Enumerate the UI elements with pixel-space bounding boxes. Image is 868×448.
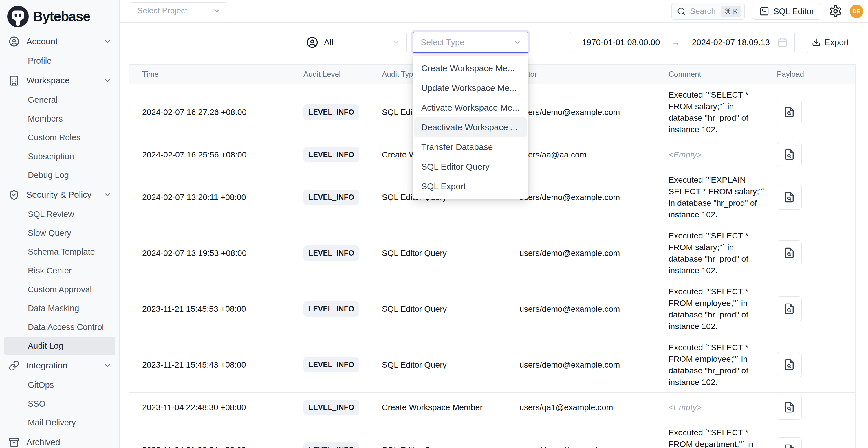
sidebar-item-general[interactable]: General: [4, 91, 115, 109]
sidebar-item-label: Data Masking: [28, 303, 79, 313]
sidebar-item-data-access-control[interactable]: Data Access Control: [4, 318, 115, 337]
level-badge: LEVEL_INFO: [303, 147, 359, 162]
sidebar-item-sso[interactable]: SSO: [4, 394, 115, 413]
sidebar-group-label: Integration: [26, 361, 103, 371]
payload-view-button[interactable]: [777, 100, 802, 124]
cell-comment: Executed `"SELECT * FROM department;"` i…: [669, 422, 777, 448]
user-circle-icon: [9, 36, 20, 47]
sidebar-item-subscription[interactable]: Subscription: [4, 147, 115, 166]
brand-logo[interactable]: Bytebase: [0, 0, 119, 29]
date-range-picker[interactable]: 1970-01-01 08:00:00 → 2024-02-07 18:09:1…: [570, 32, 795, 53]
sidebar-item-label: Mail Delivery: [28, 418, 76, 427]
type-menu-item-sql-editor-query[interactable]: SQL Editor Query: [414, 157, 527, 177]
sidebar-nav: Account Profile Workspace General Member…: [0, 29, 119, 448]
cell-time: 2023-11-21 15:45:53 +08:00: [129, 304, 303, 314]
cell-time: 2023-11-04 21:26:34 +08:00: [129, 445, 303, 448]
type-menu-item-label: Transfer Database: [421, 142, 493, 152]
cell-comment: <Empty>: [669, 393, 777, 422]
project-select[interactable]: Select Project: [130, 2, 227, 19]
type-menu-item-label: Deactivate Workspace ...: [421, 122, 518, 132]
sidebar-item-label: Risk Center: [28, 266, 72, 276]
file-search-icon: [783, 303, 795, 315]
export-button[interactable]: Export: [807, 32, 854, 53]
cell-audit-level: LEVEL_INFO: [303, 301, 382, 317]
sidebar-item-audit-log[interactable]: Audit Log: [4, 337, 115, 355]
sidebar-item-slow-query[interactable]: Slow Query: [4, 224, 115, 243]
sidebar-item-custom-roles[interactable]: Custom Roles: [4, 128, 115, 147]
column-header-audit-level: Audit Level: [303, 70, 382, 79]
search-input[interactable]: Search ⌘ K: [672, 3, 745, 20]
cell-audit-level: LEVEL_INFO: [303, 104, 382, 120]
payload-view-button[interactable]: [777, 185, 802, 210]
payload-view-button[interactable]: [777, 437, 802, 448]
user-circle-icon: [306, 36, 318, 48]
level-badge: LEVEL_INFO: [303, 301, 359, 317]
file-search-icon: [783, 247, 795, 259]
sidebar-group-label: Security & Policy: [26, 190, 103, 200]
sidebar-item-label: GitOps: [28, 380, 54, 390]
sidebar-group-account[interactable]: Account: [0, 31, 119, 52]
avatar[interactable]: DE: [850, 5, 863, 18]
sidebar-group-workspace[interactable]: Workspace: [0, 70, 119, 91]
sidebar-item-mail-delivery[interactable]: Mail Delivery: [4, 413, 115, 432]
column-header-comment: Comment: [669, 70, 777, 79]
type-menu-item-update-workspace-me[interactable]: Update Workspace Me...: [414, 78, 527, 98]
gear-icon[interactable]: [829, 5, 842, 18]
export-label: Export: [825, 38, 849, 47]
type-menu-item-label: Create Workspace Me...: [421, 63, 515, 73]
file-search-icon: [783, 444, 795, 448]
payload-view-button[interactable]: [777, 395, 802, 420]
type-menu: Create Workspace Me... Update Workspace …: [412, 56, 528, 199]
cell-audit-type: Create Workspace Member: [382, 403, 519, 412]
sidebar-item-label: Data Access Control: [28, 322, 104, 332]
cell-audit-level: LEVEL_INFO: [303, 147, 382, 162]
cell-payload: [777, 100, 856, 124]
cell-comment: Executed `"SELECT * FROM salary;"` in da…: [669, 225, 777, 281]
cell-actor: users/demo@example.com: [519, 304, 669, 314]
type-menu-item-label: Activate Workspace Me...: [421, 103, 520, 113]
type-menu-item-deactivate-workspace[interactable]: Deactivate Workspace ...: [414, 118, 527, 137]
type-menu-item-create-workspace-me[interactable]: Create Workspace Me...: [414, 59, 527, 78]
sidebar-group-security-policy[interactable]: Security & Policy: [0, 185, 119, 205]
cell-payload: [777, 142, 856, 167]
sidebar-group-label: Account: [26, 36, 103, 46]
topbar: Select Project Search ⌘ K SQL Editor DE: [120, 0, 868, 23]
type-menu-item-activate-workspace-me[interactable]: Activate Workspace Me...: [414, 98, 527, 118]
chevron-down-icon: [103, 76, 112, 85]
payload-view-button[interactable]: [777, 142, 802, 167]
actor-filter-select[interactable]: All: [300, 32, 407, 53]
type-menu-item-label: SQL Export: [421, 182, 466, 191]
sidebar-item-schema-template[interactable]: Schema Template: [4, 243, 115, 261]
cell-time: 2024-02-07 16:25:56 +08:00: [129, 150, 303, 159]
sidebar-item-sql-review[interactable]: SQL Review: [4, 205, 115, 224]
payload-view-button[interactable]: [777, 241, 802, 265]
sidebar-group-integration[interactable]: Integration: [0, 355, 119, 376]
sidebar-group-archived[interactable]: Archived: [0, 432, 119, 448]
cell-comment: Executed `"SELECT * FROM employee;"` in …: [669, 337, 777, 392]
cell-actor: users/qa1@example.com: [519, 403, 669, 412]
sidebar-item-custom-approval[interactable]: Custom Approval: [4, 280, 115, 299]
building-icon: [9, 75, 20, 86]
cell-actor: users/demo@example.com: [519, 107, 669, 117]
cell-audit-level: LEVEL_INFO: [303, 357, 382, 373]
actor-filter-value: All: [324, 38, 392, 47]
type-menu-item-transfer-database[interactable]: Transfer Database: [414, 137, 527, 157]
sql-editor-button[interactable]: SQL Editor: [752, 3, 822, 20]
sidebar-item-data-masking[interactable]: Data Masking: [4, 299, 115, 318]
sql-editor-label: SQL Editor: [773, 7, 814, 16]
payload-view-button[interactable]: [777, 352, 802, 377]
chevron-down-icon: [213, 6, 221, 15]
bytebase-logo-icon: [7, 6, 29, 27]
sidebar-item-members[interactable]: Members: [4, 109, 115, 128]
cell-comment: Executed `"SELECT * FROM salary;"` in da…: [669, 84, 777, 140]
sidebar-item-risk-center[interactable]: Risk Center: [4, 261, 115, 280]
type-filter-select[interactable]: Select Type: [412, 32, 528, 53]
table-row: 2023-11-04 21:26:34 +08:00 LEVEL_INFO SQ…: [129, 422, 855, 448]
sidebar-item-label: Slow Query: [28, 228, 71, 238]
sidebar-item-debug-log[interactable]: Debug Log: [4, 166, 115, 185]
sidebar-item-gitops[interactable]: GitOps: [4, 376, 115, 394]
type-menu-item-sql-export[interactable]: SQL Export: [414, 177, 527, 196]
sidebar-group-label: Workspace: [26, 75, 103, 85]
sidebar-item-profile[interactable]: Profile: [4, 52, 115, 70]
payload-view-button[interactable]: [777, 296, 802, 321]
